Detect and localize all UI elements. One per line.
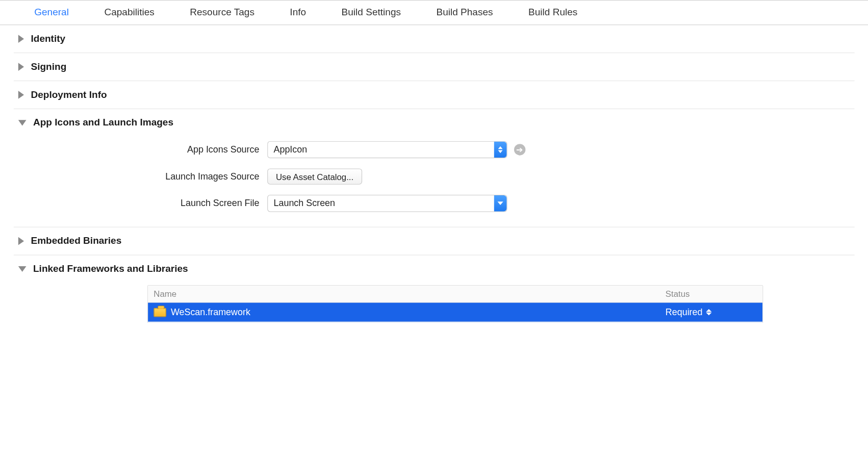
chevron-down-icon (18, 120, 27, 125)
framework-icon (154, 308, 166, 317)
tab-capabilities[interactable]: Capabilities (104, 7, 154, 18)
table-header: Name Status (148, 286, 762, 303)
table-row[interactable]: WeScan.framework Required (148, 303, 762, 322)
chevron-right-icon (18, 91, 24, 99)
section-header-signing[interactable]: Signing (14, 61, 855, 72)
popup-stepper-icon (494, 142, 507, 158)
chevron-right-icon (18, 63, 24, 71)
framework-status: Required (666, 307, 703, 317)
tab-build-rules[interactable]: Build Rules (528, 7, 577, 18)
section-title: Deployment Info (31, 89, 107, 100)
combo-chevron-icon (494, 195, 507, 211)
chevron-down-icon (18, 266, 27, 272)
section-header-linked[interactable]: Linked Frameworks and Libraries (14, 263, 855, 274)
section-signing: Signing (14, 53, 855, 81)
section-identity: Identity (14, 25, 855, 53)
tab-info[interactable]: Info (290, 7, 306, 18)
linked-frameworks-table: Name Status WeScan.framework Required AV… (147, 285, 763, 323)
section-title: Identity (31, 33, 65, 44)
section-title: Linked Frameworks and Libraries (33, 263, 188, 274)
section-linked-frameworks: Linked Frameworks and Libraries Name Sta… (14, 256, 855, 323)
section-deployment-info: Deployment Info (14, 81, 855, 109)
launch-screen-file-label: Launch Screen File (14, 198, 267, 209)
framework-name: WeScan.framework (171, 307, 666, 317)
app-icons-source-label: App Icons Source (14, 144, 267, 155)
tab-build-phases[interactable]: Build Phases (436, 7, 493, 18)
section-header-embedded[interactable]: Embedded Binaries (14, 235, 855, 246)
column-status[interactable]: Status (666, 289, 757, 299)
status-stepper-icon[interactable] (706, 309, 711, 315)
chevron-right-icon (18, 237, 24, 245)
app-icons-source-value: AppIcon (273, 144, 307, 155)
launch-images-source-label: Launch Images Source (14, 171, 267, 182)
section-embedded-binaries: Embedded Binaries (14, 227, 855, 256)
section-title: Embedded Binaries (31, 235, 121, 246)
section-header-identity[interactable]: Identity (14, 33, 855, 44)
launch-screen-file-value: Launch Screen (273, 198, 335, 209)
use-asset-catalog-label: Use Asset Catalog... (276, 172, 353, 182)
go-to-asset-icon[interactable]: ➔ (514, 144, 525, 155)
tab-build-settings[interactable]: Build Settings (342, 7, 401, 18)
tab-resource-tags[interactable]: Resource Tags (190, 7, 254, 18)
section-header-deployment[interactable]: Deployment Info (14, 89, 855, 100)
section-title: App Icons and Launch Images (33, 117, 173, 129)
section-header-app-icons[interactable]: App Icons and Launch Images (14, 117, 855, 129)
tab-general[interactable]: General (34, 7, 69, 18)
section-title: Signing (31, 61, 66, 72)
launch-screen-file-combo[interactable]: Launch Screen (267, 195, 507, 212)
section-app-icons: App Icons and Launch Images App Icons So… (14, 109, 855, 227)
chevron-right-icon (18, 35, 24, 43)
app-icons-source-popup[interactable]: AppIcon (267, 141, 507, 159)
use-asset-catalog-button[interactable]: Use Asset Catalog... (267, 168, 362, 184)
target-tabs: General Capabilities Resource Tags Info … (0, 0, 868, 25)
column-name[interactable]: Name (154, 289, 666, 299)
table-row[interactable]: AVFoundation.framework Required (148, 322, 762, 323)
